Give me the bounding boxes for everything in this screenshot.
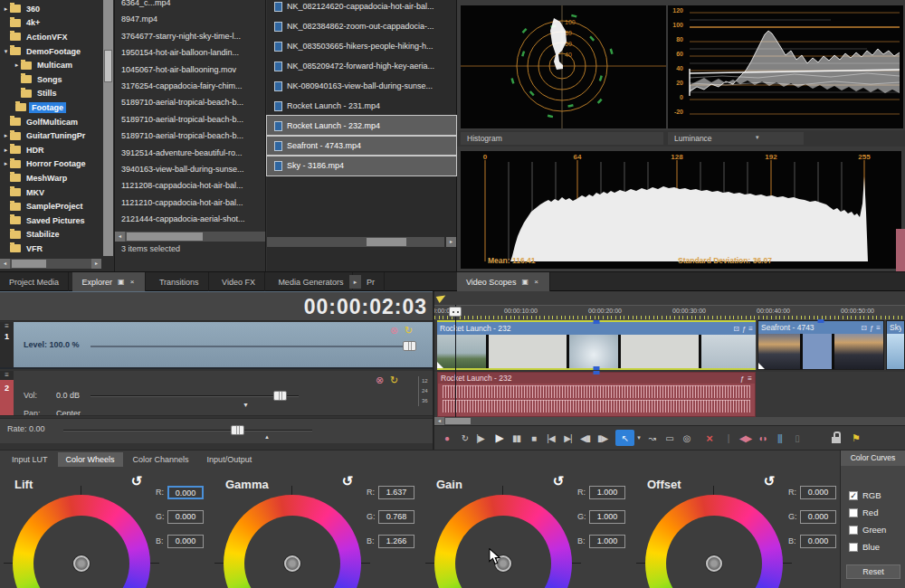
trim-icon[interactable]: | <box>720 430 736 446</box>
marker-button[interactable]: ⚑ <box>848 430 863 446</box>
tree-item[interactable]: ▸ Multicam <box>0 58 101 72</box>
wheel-handle[interactable] <box>73 555 90 572</box>
video-clip-sky[interactable]: Sky - <box>886 320 905 370</box>
play-from-start-button[interactable]: |▶ <box>472 430 488 446</box>
video-clip-rocket-launch[interactable]: Rocket Launch - 232 ⊡ ƒ ≡ <box>437 320 756 370</box>
tab-color-channels[interactable]: Color Channels <box>125 452 197 467</box>
expander-icon[interactable]: ▸ <box>2 5 10 13</box>
quantize-frames-button[interactable]: ||| <box>772 430 787 446</box>
scroll-left-icon[interactable]: ◂ <box>0 259 10 269</box>
tab-input-output[interactable]: Input/Output <box>199 452 261 467</box>
file-list-item[interactable]: 5189710-aerial-tropical-beach-b... <box>115 94 265 110</box>
close-icon[interactable]: × <box>130 278 137 286</box>
volume-value[interactable]: 0.0 dB <box>56 391 80 400</box>
tree-item[interactable]: Stabilize <box>0 228 101 242</box>
tab-overflow[interactable]: Pr ▣ × <box>357 272 385 291</box>
track-grip[interactable]: ≡ 2 <box>0 371 14 415</box>
pan-crop-icon[interactable]: ⊡ <box>861 324 867 332</box>
curves-reset-button[interactable]: Reset <box>846 564 900 579</box>
step-forward-button[interactable]: ▮▶ <box>595 430 610 446</box>
file-list-item[interactable]: 1045067-hot-air-ballooning.mov <box>115 62 265 78</box>
hue-ring[interactable] <box>434 495 572 588</box>
file-list-item[interactable]: 3940163-view-ball-during-sunse... <box>115 161 265 177</box>
b-value-field[interactable]: 0.000 <box>800 535 836 548</box>
expander-icon[interactable]: ▸ <box>2 160 10 167</box>
tab-media-generators[interactable]: Media Generators ▣ × <box>269 272 353 291</box>
tree-item[interactable]: ▸ 360 <box>0 2 101 16</box>
tree-item[interactable]: VFR <box>0 242 101 256</box>
expander-icon[interactable]: ▸ <box>2 132 10 139</box>
media-list-item[interactable]: NK_085209472-forward-high-key-aeria... <box>267 56 456 76</box>
scrollbar-thumb[interactable] <box>12 260 46 268</box>
r-value-field[interactable]: 0.000 <box>800 486 836 499</box>
tree-item[interactable]: ▾ DemoFootage <box>0 44 101 59</box>
checkbox[interactable] <box>849 543 858 552</box>
tree-item[interactable]: ▸ GuitarTuningPr <box>0 128 101 143</box>
channel-checkbox-row[interactable]: Blue <box>849 542 886 552</box>
media-list-item[interactable]: Sky - 3186.mp4 <box>267 156 456 175</box>
rate-slider[interactable] <box>63 430 312 432</box>
timecode-display[interactable]: 00:00:02:03 <box>304 295 427 319</box>
media-list-item[interactable]: Rocket Launch - 231.mp4 <box>267 96 456 116</box>
b-value-field[interactable]: 0.000 <box>167 535 204 548</box>
scrollbar-thumb[interactable] <box>127 232 203 241</box>
checkbox[interactable] <box>849 491 858 500</box>
timeline-horizontal-scrollbar[interactable]: ◂ <box>434 417 905 425</box>
g-value-field[interactable]: 1.000 <box>589 510 625 524</box>
selection-tool-button[interactable]: ▭ <box>662 430 677 446</box>
audio-clip-rocket-launch[interactable]: Rocket Launch - 232 ƒ ≡ <box>437 372 756 417</box>
tree-item[interactable]: 4k+ <box>0 16 101 31</box>
wheel-reset-button[interactable]: ↺ <box>339 473 356 489</box>
scrollbar-thumb[interactable] <box>367 238 406 246</box>
expander-icon[interactable]: ▾ <box>2 48 10 55</box>
clip-header[interactable]: Sky - <box>887 321 904 334</box>
tool-dropdown-button[interactable]: ▾ <box>634 430 643 446</box>
list-horizontal-scrollbar[interactable]: ◂ <box>115 232 265 242</box>
file-list-item[interactable]: 1950154-hot-air-balloon-landin... <box>115 44 265 61</box>
file-list-item[interactable]: 5189710-aerial-tropical-beach-b... <box>115 128 265 144</box>
pan-crop-icon[interactable]: ⊡ <box>733 325 739 333</box>
playhead-marker[interactable] <box>449 307 462 317</box>
hue-ring[interactable] <box>13 495 150 588</box>
clip-header[interactable]: Rocket Launch - 232 ⊡ ƒ ≡ <box>437 322 756 335</box>
delete-button[interactable]: × <box>701 430 717 446</box>
channel-checkbox-row[interactable]: Red <box>849 507 886 517</box>
track-grip[interactable]: ≡ 1 <box>0 322 14 367</box>
media-list-item[interactable]: Rocket Launch - 232.mp4 <box>267 116 456 136</box>
restore-icon[interactable]: ▣ <box>118 278 127 286</box>
media-list-item[interactable]: NK_083503665-hikers-people-hiking-h... <box>267 36 456 56</box>
wheel-handle[interactable] <box>284 555 300 572</box>
g-value-field[interactable]: 0.000 <box>800 510 836 524</box>
file-list-item[interactable]: 8947.mp4 <box>115 11 265 27</box>
tab-video-scopes[interactable]: Video Scopes ▣ × <box>457 272 550 291</box>
auto-ripple-button[interactable]: ◀▶ <box>738 430 753 446</box>
wheel-reset-button[interactable]: ↺ <box>761 473 777 489</box>
tree-item[interactable]: GolfMulticam <box>0 115 101 129</box>
tab-input-lut[interactable]: Input LUT <box>4 452 56 467</box>
track-solo-button[interactable]: ↻ <box>403 325 414 337</box>
tab-explorer[interactable]: Explorer ▣ × <box>72 272 146 291</box>
event-fx-icon[interactable]: ƒ <box>870 324 873 332</box>
expander-icon[interactable]: ▸ <box>13 62 21 69</box>
g-value-field[interactable]: 0.000 <box>167 510 204 524</box>
video-track-header[interactable]: ≡ 1 Level: 100.0 % ⊗ ↻ <box>0 322 433 369</box>
b-value-field[interactable]: 1.266 <box>378 535 414 548</box>
hue-ring[interactable] <box>224 495 361 588</box>
file-list-item[interactable]: 1121208-cappadocia-hot-air-bal... <box>115 177 265 194</box>
hue-ring[interactable] <box>645 495 783 588</box>
scroll-left-icon[interactable]: ◂ <box>434 417 444 425</box>
volume-slider[interactable] <box>90 395 299 397</box>
track-solo-button[interactable]: ↻ <box>388 375 400 386</box>
scrollbar-thumb[interactable] <box>104 50 112 82</box>
goto-end-button[interactable]: ▶| <box>560 430 576 446</box>
expander-icon[interactable]: ▸ <box>2 147 10 154</box>
checkbox[interactable] <box>849 508 858 517</box>
step-back-button[interactable]: ◀▮ <box>577 430 593 446</box>
tree-item[interactable]: ActionVFX <box>0 30 101 44</box>
clip-handle[interactable] <box>594 371 600 375</box>
video-track[interactable]: Rocket Launch - 232 ⊡ ƒ ≡ <box>434 320 905 370</box>
scroll-left-icon[interactable]: ◂ <box>115 232 125 242</box>
color-wheel[interactable] <box>636 486 792 588</box>
r-value-field[interactable]: 1.637 <box>378 486 414 499</box>
media-list-item[interactable]: NK_082384862-zoom-out-cappadocia-... <box>267 16 456 36</box>
